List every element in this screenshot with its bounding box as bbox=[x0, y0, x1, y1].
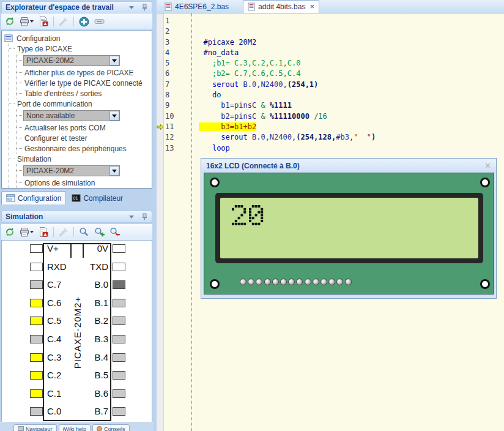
line-number: 9 bbox=[165, 100, 169, 111]
refresh-button[interactable] bbox=[3, 15, 17, 28]
chip-pin-label: V+ bbox=[47, 243, 59, 254]
dock-tab-iwiki[interactable]: iWiki help bbox=[59, 424, 91, 431]
pin-icon[interactable] bbox=[141, 4, 148, 11]
chip-pin-b.4[interactable] bbox=[113, 353, 125, 362]
lcd-window[interactable]: 16x2 LCD (Connecté à B.0) ✕ bbox=[201, 158, 497, 299]
zoom-out-button[interactable] bbox=[108, 226, 121, 238]
chip-pin-b.5[interactable] bbox=[113, 371, 125, 380]
tab-compilateur[interactable]: 01 Compilateur bbox=[67, 192, 127, 204]
simulation-panel-header[interactable]: Simulation bbox=[1, 211, 152, 223]
dropdown-button[interactable] bbox=[109, 111, 119, 121]
code-line[interactable]: 4 #no_data bbox=[157, 48, 504, 58]
dock-tab-navigator[interactable]: Navigateur bbox=[13, 424, 57, 431]
editor-tab-addit-4bits[interactable]: addit 4bits.bas × bbox=[243, 0, 319, 13]
chip-pin-b.2[interactable] bbox=[113, 317, 125, 325]
tree-item-check-connected-type[interactable]: Vérifier le type de PICAXE connecté bbox=[17, 78, 152, 88]
basic-file-icon bbox=[165, 2, 172, 11]
print-button[interactable] bbox=[18, 15, 35, 28]
tab-configuration[interactable]: Configuration bbox=[1, 191, 66, 204]
chip-pin-b.0[interactable] bbox=[113, 280, 125, 289]
code-line[interactable]: 8 do bbox=[157, 90, 504, 100]
code-line[interactable]: 7 serout B.0,N2400,(254,1) bbox=[157, 80, 504, 90]
chip-pin-b.6[interactable] bbox=[113, 389, 125, 398]
tree-item-show-more-types[interactable]: Afficher plus de types de PICAXE bbox=[17, 67, 152, 78]
line-number: 5 bbox=[165, 58, 169, 69]
chip-pin-b.3[interactable] bbox=[113, 335, 125, 343]
export-pdf-button[interactable] bbox=[37, 15, 50, 28]
expand-all-button[interactable] bbox=[77, 15, 91, 28]
settings-button[interactable] bbox=[57, 226, 70, 238]
chip-pin-b.7[interactable] bbox=[113, 407, 125, 416]
pin-icon[interactable] bbox=[141, 213, 148, 220]
simulation-chip-dropdown[interactable]: PICAXE-20M2 bbox=[23, 165, 120, 176]
close-icon[interactable]: ✕ bbox=[484, 161, 491, 170]
tree-root-configuration[interactable]: Configuration bbox=[4, 33, 152, 43]
tree-item-refresh-com-ports[interactable]: Actualiser les ports COM bbox=[17, 122, 152, 133]
picaxe-type-dropdown[interactable]: PICAXE-20M2 bbox=[23, 55, 120, 66]
code-line[interactable]: 2 bbox=[157, 26, 504, 37]
chip-pin-c.7[interactable] bbox=[30, 280, 43, 289]
code-line[interactable]: 10 b2=pinsC & %11110000 /16 bbox=[157, 111, 504, 122]
line-number: 3 bbox=[165, 37, 169, 48]
code-lines: 123 #picaxe 20M24 #no_data5 ;b1= C.3,C.2… bbox=[157, 16, 504, 154]
chip-pin-vplus[interactable] bbox=[30, 244, 43, 253]
code-line[interactable]: 1 bbox=[157, 16, 504, 26]
toolbar-separator bbox=[53, 227, 54, 237]
chip-pin-0v[interactable] bbox=[113, 244, 125, 253]
tree-item-io-table[interactable]: Table d'entrées / sorties bbox=[17, 88, 152, 99]
chevron-down-icon[interactable] bbox=[129, 216, 134, 219]
tree-item-device-manager[interactable]: Gestionnaire des périphériques bbox=[17, 143, 152, 154]
code-line[interactable]: 11 b3=b1+b2 bbox=[157, 122, 504, 132]
chip-pin-label: B.5 bbox=[72, 370, 108, 381]
chip-pin-c.4[interactable] bbox=[30, 335, 43, 343]
tree-section-simulation[interactable]: Simulation bbox=[9, 154, 152, 164]
left-dock: Explorateur d'espace de travail bbox=[0, 0, 154, 431]
chip-pin-c.3[interactable] bbox=[30, 353, 43, 362]
chip-pin-b.1[interactable] bbox=[113, 299, 125, 307]
chip-pin-c.5[interactable] bbox=[30, 317, 43, 325]
code-line[interactable]: 9 b1=pinsC & %1111 bbox=[157, 100, 504, 111]
code-line[interactable]: 12 serout B.0,N2400,(254,128,#b3," ") bbox=[157, 132, 504, 143]
editor-tab-4E6SPE6_2[interactable]: 4E6SPE6_2.bas bbox=[160, 1, 233, 13]
chip-pin-label: B.7 bbox=[72, 406, 108, 417]
export-pdf-button[interactable] bbox=[37, 226, 50, 238]
chip-pin-rxd[interactable] bbox=[30, 263, 43, 271]
code-area[interactable]: 123 #picaxe 20M24 #no_data5 ;b1= C.3,C.2… bbox=[157, 13, 504, 431]
code-line[interactable]: 6 ;b2= C.7,C.6,C.5,C.4 bbox=[157, 69, 504, 79]
print-dropdown-arrow bbox=[30, 20, 34, 23]
lcd-bezel bbox=[215, 193, 483, 263]
tree-section-type-de-picaxe[interactable]: Type de PICAXE bbox=[9, 43, 152, 54]
code-line[interactable]: 13 loop bbox=[157, 143, 504, 154]
code-line[interactable]: 5 ;b1= C.3,C.2,C.1,C.0 bbox=[157, 58, 504, 69]
zoom-in-button[interactable] bbox=[92, 226, 106, 238]
refresh-button[interactable] bbox=[3, 226, 17, 238]
tree-section-com-port[interactable]: Port de communication bbox=[9, 99, 152, 109]
dock-tab-conseils[interactable]: Conseils bbox=[92, 424, 130, 431]
chip-pin-label: TXD bbox=[72, 261, 108, 272]
chip-pin-c.2[interactable] bbox=[30, 371, 43, 380]
chip-pin-c.1[interactable] bbox=[30, 389, 43, 398]
tree-item-configure-and-test[interactable]: Configurer et tester bbox=[17, 133, 152, 143]
lcd-window-titlebar[interactable]: 16x2 LCD (Connecté à B.0) ✕ bbox=[201, 159, 496, 173]
chip-pin-label: C.0 bbox=[47, 406, 61, 417]
close-tab-icon[interactable]: × bbox=[309, 3, 314, 10]
panel-title: Simulation bbox=[6, 212, 129, 221]
dropdown-arrow-icon bbox=[112, 170, 117, 173]
pdf-export-icon bbox=[39, 227, 48, 237]
dropdown-button[interactable] bbox=[109, 56, 119, 66]
chevron-down-icon[interactable] bbox=[129, 6, 134, 9]
print-button[interactable] bbox=[18, 226, 35, 238]
chip-pin-txd[interactable] bbox=[113, 263, 125, 271]
dropdown-button[interactable] bbox=[109, 166, 119, 176]
code-line[interactable]: 3 #picaxe 20M2 bbox=[157, 37, 504, 48]
zoom-button[interactable] bbox=[77, 226, 91, 238]
tree-item-simulation-options[interactable]: Options de simulation bbox=[17, 178, 152, 188]
line-number: 7 bbox=[165, 80, 169, 90]
collapse-all-button[interactable] bbox=[92, 15, 106, 28]
chip-pin-c.6[interactable] bbox=[30, 299, 43, 307]
chip-pin-c.0[interactable] bbox=[30, 407, 43, 416]
workspace-explorer-header[interactable]: Explorateur d'espace de travail bbox=[1, 1, 152, 13]
settings-button[interactable] bbox=[57, 15, 70, 28]
line-number: 10 bbox=[165, 111, 174, 122]
com-port-dropdown[interactable]: None available bbox=[23, 110, 120, 121]
